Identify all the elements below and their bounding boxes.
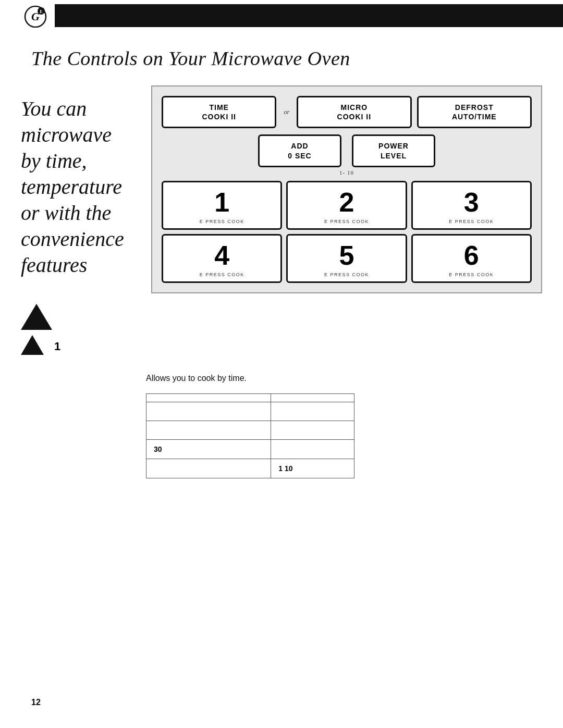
header-black-bar [55,4,563,27]
number-btn-1[interactable]: 1 E Press Cook [162,181,282,230]
power-level-button[interactable]: Power Level [352,134,435,167]
control-panel: Time Cooki II or Micro Cooki II Defrost … [151,85,542,293]
sidebar-heading: You can microwave by time, temperature o… [21,96,136,278]
table-cell [271,393,354,402]
number-btn-2[interactable]: 2 E Press Cook [286,181,407,230]
number-btn-5[interactable]: 5 E Press Cook [286,234,407,283]
arrow-up-icon [21,304,52,330]
main-content: You can microwave by time, temperature o… [0,85,563,293]
add-sec-button[interactable]: Add 0 Sec [258,134,341,167]
header: G E [0,0,563,31]
or-label: or [284,108,289,116]
table-cell [146,421,271,439]
middle-buttons-row: Add 0 Sec Power Level [162,134,532,167]
top-buttons-row: Time Cooki II or Micro Cooki II Defrost … [162,96,532,128]
table-cell: 30 [146,439,271,459]
time-cook-button[interactable]: Time Cooki II [162,96,276,128]
page-number: 12 [31,698,41,707]
control-panel-area: Time Cooki II or Micro Cooki II Defrost … [151,85,542,293]
table-cell [271,402,354,421]
number-btn-3[interactable]: 3 E Press Cook [411,181,532,230]
table-container: 301 10 [0,393,563,478]
table-cell [146,459,271,478]
micro-cook-button[interactable]: Micro Cooki II [297,96,411,128]
table-cell [271,421,354,439]
table-cell [146,402,271,421]
left-sidebar-text: You can microwave by time, temperature o… [21,85,136,293]
info-table: 301 10 [146,393,354,478]
power-range-label: 1- 10 [162,169,532,176]
table-row [146,402,354,421]
table-cell [146,393,271,402]
arrow-small-icon [21,335,44,355]
table-cell: 1 10 [271,459,354,478]
table-row [146,421,354,439]
number-btn-4[interactable]: 4 E Press Cook [162,234,282,283]
description-text: Allows you to cook by time. [0,368,563,393]
logo: G E [21,3,50,29]
page-title: The Controls on Your Microwave Oven [0,31,563,85]
arrow-number: 1 [54,340,60,353]
number-grid: 1 E Press Cook 2 E Press Cook 3 E Press … [162,181,532,283]
table-row: 1 10 [146,459,354,478]
arrow-section: 1 [0,293,563,368]
defrost-button[interactable]: Defrost Auto/Time [417,96,532,128]
table-row: 30 [146,439,354,459]
number-btn-6[interactable]: 6 E Press Cook [411,234,532,283]
table-row [146,393,354,402]
svg-text:E: E [40,9,42,14]
table-cell [271,439,354,459]
